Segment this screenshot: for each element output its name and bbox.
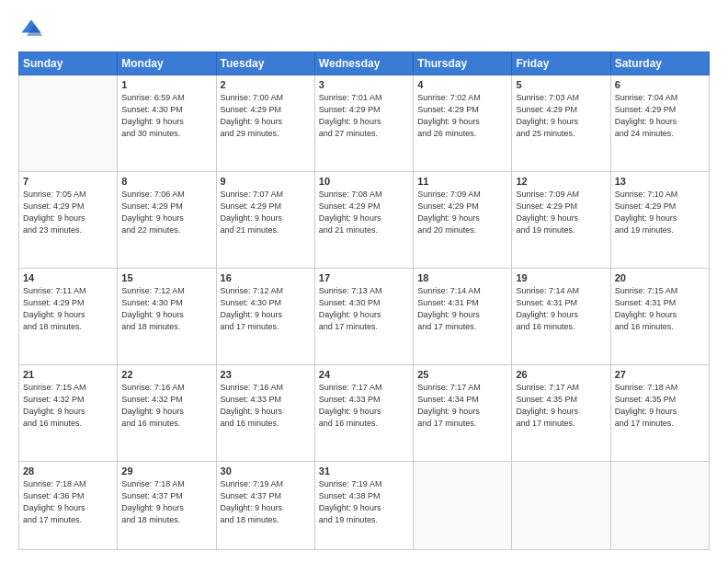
day-info: Sunrise: 7:12 AMSunset: 4:30 PMDaylight:… bbox=[221, 285, 311, 333]
daylight-label: Daylight: 9 hours bbox=[23, 503, 85, 512]
day-info: Sunrise: 7:10 AMSunset: 4:29 PMDaylight:… bbox=[615, 189, 705, 236]
daylight-label: Daylight: 9 hours bbox=[417, 213, 480, 223]
calendar-cell: 6Sunrise: 7:04 AMSunset: 4:29 PMDaylight… bbox=[610, 75, 709, 172]
calendar-cell bbox=[414, 461, 512, 549]
daylight-label: Daylight: 9 hours bbox=[516, 213, 578, 223]
daylight-label: Daylight: 9 hours bbox=[615, 117, 677, 126]
daylight-label: Daylight: 9 hours bbox=[516, 407, 578, 416]
daylight-label: Daylight: 9 hours bbox=[615, 310, 677, 319]
calendar-cell: 17Sunrise: 7:13 AMSunset: 4:30 PMDayligh… bbox=[314, 268, 413, 364]
daylight-label: Daylight: 9 hours bbox=[417, 407, 480, 416]
day-info: Sunrise: 7:11 AMSunset: 4:29 PMDaylight:… bbox=[23, 285, 113, 333]
calendar-cell: 21Sunrise: 7:15 AMSunset: 4:32 PMDayligh… bbox=[19, 364, 118, 461]
daylight-label: Daylight: 9 hours bbox=[121, 117, 184, 126]
day-info: Sunrise: 7:05 AMSunset: 4:29 PMDaylight:… bbox=[23, 189, 113, 236]
weekday-header: Friday bbox=[512, 52, 610, 75]
day-info: Sunrise: 7:01 AMSunset: 4:29 PMDaylight:… bbox=[319, 92, 409, 140]
page: SundayMondayTuesdayWednesdayThursdayFrid… bbox=[0, 0, 728, 563]
calendar-cell: 5Sunrise: 7:03 AMSunset: 4:29 PMDaylight… bbox=[512, 75, 610, 172]
daylight-label: Daylight: 9 hours bbox=[319, 407, 381, 416]
day-info: Sunrise: 7:14 AMSunset: 4:31 PMDaylight:… bbox=[516, 285, 606, 333]
calendar-cell: 25Sunrise: 7:17 AMSunset: 4:34 PMDayligh… bbox=[414, 364, 512, 461]
calendar-cell: 4Sunrise: 7:02 AMSunset: 4:29 PMDaylight… bbox=[414, 75, 512, 172]
daylight-label: Daylight: 9 hours bbox=[516, 117, 578, 126]
calendar-cell: 9Sunrise: 7:07 AMSunset: 4:29 PMDaylight… bbox=[216, 171, 314, 268]
day-info: Sunrise: 7:17 AMSunset: 4:35 PMDaylight:… bbox=[516, 382, 606, 430]
daylight-label: Daylight: 9 hours bbox=[221, 213, 283, 223]
calendar-cell: 11Sunrise: 7:09 AMSunset: 4:29 PMDayligh… bbox=[414, 171, 512, 268]
day-number: 9 bbox=[221, 176, 311, 187]
calendar-cell: 31Sunrise: 7:19 AMSunset: 4:38 PMDayligh… bbox=[314, 461, 413, 549]
logo-icon bbox=[18, 17, 44, 42]
calendar-header-row: SundayMondayTuesdayWednesdayThursdayFrid… bbox=[19, 52, 710, 75]
daylight-label: Daylight: 9 hours bbox=[615, 213, 677, 223]
calendar-cell: 8Sunrise: 7:06 AMSunset: 4:29 PMDaylight… bbox=[118, 171, 216, 268]
calendar-cell: 1Sunrise: 6:59 AMSunset: 4:30 PMDaylight… bbox=[118, 75, 216, 172]
daylight-label: Daylight: 9 hours bbox=[221, 407, 283, 416]
day-number: 26 bbox=[516, 369, 606, 380]
calendar-week-row: 7Sunrise: 7:05 AMSunset: 4:29 PMDaylight… bbox=[19, 171, 710, 268]
calendar-body: 1Sunrise: 6:59 AMSunset: 4:30 PMDaylight… bbox=[19, 75, 710, 550]
day-number: 11 bbox=[417, 176, 507, 187]
day-number: 30 bbox=[221, 465, 311, 477]
weekday-header: Saturday bbox=[610, 52, 709, 75]
day-info: Sunrise: 7:17 AMSunset: 4:33 PMDaylight:… bbox=[319, 382, 409, 430]
day-number: 25 bbox=[417, 369, 507, 380]
day-number: 14 bbox=[23, 272, 113, 283]
day-number: 2 bbox=[221, 79, 311, 90]
daylight-label: Daylight: 9 hours bbox=[121, 213, 184, 223]
day-info: Sunrise: 7:02 AMSunset: 4:29 PMDaylight:… bbox=[417, 92, 507, 140]
day-info: Sunrise: 7:04 AMSunset: 4:29 PMDaylight:… bbox=[615, 92, 705, 140]
calendar-cell: 12Sunrise: 7:09 AMSunset: 4:29 PMDayligh… bbox=[512, 171, 610, 268]
logo bbox=[18, 17, 50, 42]
calendar-cell: 13Sunrise: 7:10 AMSunset: 4:29 PMDayligh… bbox=[610, 171, 709, 268]
day-number: 18 bbox=[417, 272, 507, 283]
day-info: Sunrise: 7:13 AMSunset: 4:30 PMDaylight:… bbox=[319, 285, 409, 333]
day-number: 5 bbox=[516, 79, 606, 90]
day-info: Sunrise: 7:09 AMSunset: 4:29 PMDaylight:… bbox=[417, 189, 507, 236]
daylight-label: Daylight: 9 hours bbox=[417, 310, 480, 319]
daylight-label: Daylight: 9 hours bbox=[23, 213, 85, 223]
calendar-cell: 19Sunrise: 7:14 AMSunset: 4:31 PMDayligh… bbox=[512, 268, 610, 364]
weekday-header: Tuesday bbox=[216, 52, 314, 75]
day-info: Sunrise: 7:15 AMSunset: 4:31 PMDaylight:… bbox=[615, 285, 705, 333]
calendar-cell bbox=[19, 75, 118, 172]
day-info: Sunrise: 7:12 AMSunset: 4:30 PMDaylight:… bbox=[121, 285, 211, 333]
day-info: Sunrise: 7:18 AMSunset: 4:37 PMDaylight:… bbox=[121, 478, 211, 526]
day-info: Sunrise: 7:09 AMSunset: 4:29 PMDaylight:… bbox=[516, 189, 606, 236]
day-number: 8 bbox=[121, 176, 211, 187]
day-number: 1 bbox=[121, 79, 211, 90]
calendar-cell: 30Sunrise: 7:19 AMSunset: 4:37 PMDayligh… bbox=[216, 461, 314, 549]
daylight-label: Daylight: 9 hours bbox=[121, 407, 184, 416]
day-number: 4 bbox=[417, 79, 507, 90]
daylight-label: Daylight: 9 hours bbox=[319, 117, 381, 126]
day-number: 20 bbox=[615, 272, 705, 283]
daylight-label: Daylight: 9 hours bbox=[319, 503, 381, 512]
calendar-cell: 28Sunrise: 7:18 AMSunset: 4:36 PMDayligh… bbox=[19, 461, 118, 549]
calendar-cell: 27Sunrise: 7:18 AMSunset: 4:35 PMDayligh… bbox=[610, 364, 709, 461]
calendar-cell bbox=[610, 461, 709, 549]
daylight-label: Daylight: 9 hours bbox=[221, 310, 283, 319]
calendar-cell: 23Sunrise: 7:16 AMSunset: 4:33 PMDayligh… bbox=[216, 364, 314, 461]
day-info: Sunrise: 7:00 AMSunset: 4:29 PMDaylight:… bbox=[221, 92, 311, 140]
calendar-cell: 7Sunrise: 7:05 AMSunset: 4:29 PMDaylight… bbox=[19, 171, 118, 268]
day-info: Sunrise: 6:59 AMSunset: 4:30 PMDaylight:… bbox=[121, 92, 211, 140]
day-info: Sunrise: 7:18 AMSunset: 4:35 PMDaylight:… bbox=[615, 382, 705, 430]
weekday-header: Sunday bbox=[19, 52, 118, 75]
day-number: 17 bbox=[319, 272, 409, 283]
day-number: 10 bbox=[319, 176, 409, 187]
day-number: 15 bbox=[121, 272, 211, 283]
day-info: Sunrise: 7:03 AMSunset: 4:29 PMDaylight:… bbox=[516, 92, 606, 140]
header bbox=[18, 17, 710, 42]
day-info: Sunrise: 7:16 AMSunset: 4:33 PMDaylight:… bbox=[221, 382, 311, 430]
day-info: Sunrise: 7:17 AMSunset: 4:34 PMDaylight:… bbox=[417, 382, 507, 430]
day-number: 3 bbox=[319, 79, 409, 90]
calendar-cell: 18Sunrise: 7:14 AMSunset: 4:31 PMDayligh… bbox=[414, 268, 512, 364]
daylight-label: Daylight: 9 hours bbox=[221, 503, 283, 512]
calendar-week-row: 28Sunrise: 7:18 AMSunset: 4:36 PMDayligh… bbox=[19, 461, 710, 549]
day-info: Sunrise: 7:19 AMSunset: 4:37 PMDaylight:… bbox=[221, 478, 311, 526]
calendar-cell: 24Sunrise: 7:17 AMSunset: 4:33 PMDayligh… bbox=[314, 364, 413, 461]
calendar-cell: 3Sunrise: 7:01 AMSunset: 4:29 PMDaylight… bbox=[314, 75, 413, 172]
day-info: Sunrise: 7:14 AMSunset: 4:31 PMDaylight:… bbox=[417, 285, 507, 333]
day-number: 19 bbox=[516, 272, 606, 283]
